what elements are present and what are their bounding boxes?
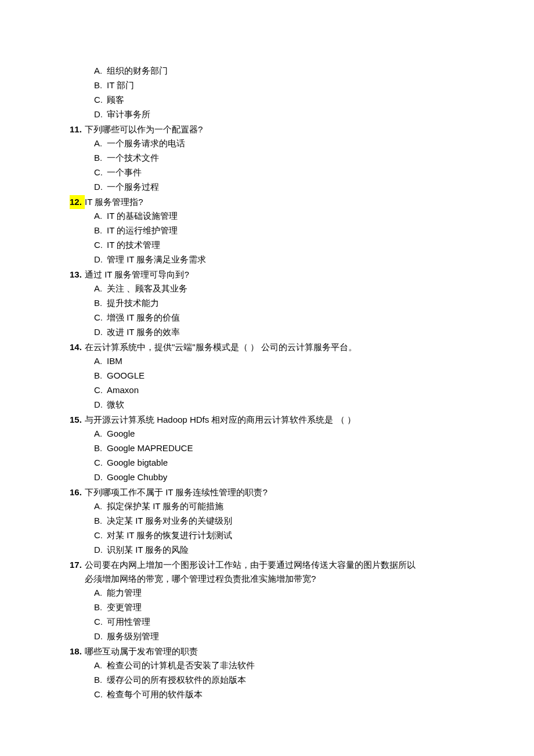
option-letter: D. — [94, 629, 107, 643]
option-text: 审计事务所 — [107, 107, 464, 121]
option-row: A.关注 、顾客及其业务 — [94, 282, 464, 296]
option-text: 顾客 — [107, 93, 464, 107]
option-letter: C. — [94, 615, 107, 629]
option-text: 能力管理 — [107, 586, 464, 600]
option-text: 增强 IT 服务的价值 — [107, 311, 464, 325]
option-text: 对某 IT 服务的恢复进行计划测试 — [107, 528, 464, 542]
question-number: 13. — [70, 268, 85, 282]
question-11: 11. 下列哪些可以作为一个配置器? A.一个服务请求的电话 B.一个技术文件 … — [70, 123, 464, 194]
option-row: D.微软 — [94, 398, 464, 412]
option-text: 一个服务请求的电话 — [107, 136, 464, 150]
option-row: A.一个服务请求的电话 — [94, 136, 464, 150]
option-row: B. IT 部门 — [94, 78, 464, 92]
question-number: 18. — [70, 645, 85, 658]
option-letter: A. — [94, 64, 107, 78]
option-text: 一个服务过程 — [107, 180, 464, 194]
option-letter: C. — [94, 165, 107, 179]
option-row: B.缓存公司的所有授权软件的原始版本 — [94, 673, 464, 687]
question-text: 与开源云计算系统 Hadoop HDfs 相对应的商用云计算软件系统是 （ ） — [85, 413, 464, 427]
option-row: C.IT 的技术管理 — [94, 238, 464, 252]
option-text: Google — [107, 427, 464, 441]
option-text: Google MAPREDUCE — [107, 441, 464, 455]
option-row: C.可用性管理 — [94, 615, 464, 629]
question-18: 18. 哪些互动属于发布管理的职责 A.检查公司的计算机是否安装了非法软件 B.… — [70, 645, 464, 701]
option-text: 微软 — [107, 398, 464, 412]
option-letter: A. — [94, 499, 107, 513]
option-letter: A. — [94, 282, 107, 296]
question-15: 15. 与开源云计算系统 Hadoop HDfs 相对应的商用云计算软件系统是 … — [70, 413, 464, 484]
option-text: IBM — [107, 354, 464, 368]
question-number: 15. — [70, 413, 85, 427]
question-16: 16. 下列哪项工作不属于 IT 服务连续性管理的职责? A.拟定保护某 IT … — [70, 485, 464, 557]
question-text: 通过 IT 服务管理可导向到? — [85, 268, 464, 282]
option-letter: D. — [94, 180, 107, 194]
question-text: 下列哪些可以作为一个配置器? — [85, 123, 464, 136]
option-letter: A. — [94, 209, 107, 223]
option-letter: A. — [94, 586, 107, 600]
option-text: IT 的基础设施管理 — [107, 209, 464, 223]
option-row: B.Google MAPREDUCE — [94, 441, 464, 455]
option-letter: B. — [94, 296, 107, 310]
option-row: B.决定某 IT 服务对业务的关键级别 — [94, 514, 464, 528]
option-letter: B. — [94, 600, 107, 614]
option-letter: C. — [94, 383, 107, 397]
option-text: IT 的运行维护管理 — [107, 224, 464, 237]
option-text: 识别某 IT 服务的风险 — [107, 543, 464, 557]
option-letter: A. — [94, 658, 107, 672]
continued-options: A. 组织的财务部门 B. IT 部门 C. 顾客 D. 审计事务所 — [94, 64, 464, 121]
question-text-cont: 必须增加网络的带宽，哪个管理过程负责批准实施增加带宽? — [85, 572, 464, 586]
option-row: C.Amaxon — [94, 383, 464, 397]
question-number-highlighted: 12. — [70, 195, 85, 209]
option-text: IT 部门 — [107, 78, 464, 92]
option-text: 拟定保护某 IT 服务的可能措施 — [107, 499, 464, 513]
option-row: A. 组织的财务部门 — [94, 64, 464, 78]
option-letter: C. — [94, 456, 107, 470]
option-row: D.改进 IT 服务的效率 — [94, 325, 464, 339]
option-letter: C. — [94, 93, 107, 107]
option-letter: B. — [94, 441, 107, 455]
option-row: D.管理 IT 服务满足业务需求 — [94, 253, 464, 267]
option-text: Google bigtable — [107, 456, 464, 470]
option-letter: B. — [94, 151, 107, 165]
option-text: 缓存公司的所有授权软件的原始版本 — [107, 673, 464, 687]
option-text: Amaxon — [107, 383, 464, 397]
option-text: 决定某 IT 服务对业务的关键级别 — [107, 514, 464, 528]
option-text: 关注 、顾客及其业务 — [107, 282, 464, 296]
option-text: 变更管理 — [107, 600, 464, 614]
document-page: A. 组织的财务部门 B. IT 部门 C. 顾客 D. 审计事务所 11. 下… — [0, 0, 534, 756]
option-letter: B. — [94, 514, 107, 528]
question-number: 11. — [70, 123, 85, 136]
option-letter: D. — [94, 325, 107, 339]
option-letter: A. — [94, 354, 107, 368]
option-row: A.IT 的基础设施管理 — [94, 209, 464, 223]
option-letter: C. — [94, 528, 107, 542]
option-row: C.对某 IT 服务的恢复进行计划测试 — [94, 528, 464, 542]
option-row: B.提升技术能力 — [94, 296, 464, 310]
option-text: 一个技术文件 — [107, 151, 464, 165]
question-number: 17. — [70, 558, 85, 572]
option-row: D. 审计事务所 — [94, 107, 464, 121]
option-row: B.GOOGLE — [94, 369, 464, 383]
question-text: 哪些互动属于发布管理的职责 — [85, 645, 464, 658]
option-row: A.检查公司的计算机是否安装了非法软件 — [94, 658, 464, 672]
question-13: 13. 通过 IT 服务管理可导向到? A.关注 、顾客及其业务 B.提升技术能… — [70, 268, 464, 339]
question-12: 12. IT 服务管理指? A.IT 的基础设施管理 B.IT 的运行维护管理 … — [70, 195, 464, 267]
option-letter: B. — [94, 369, 107, 383]
question-text: IT 服务管理指? — [85, 195, 464, 209]
question-number: 16. — [70, 485, 85, 499]
option-text: 提升技术能力 — [107, 296, 464, 310]
option-row: D.服务级别管理 — [94, 629, 464, 643]
option-letter: B. — [94, 224, 107, 237]
option-row: B.一个技术文件 — [94, 151, 464, 165]
option-text: GOOGLE — [107, 369, 464, 383]
option-row: A.IBM — [94, 354, 464, 368]
option-row: B.变更管理 — [94, 600, 464, 614]
question-17: 17. 公司要在内网上增加一个图形设计工作站，由于要通过网络传送大容量的图片数据… — [70, 558, 464, 643]
option-row: A.能力管理 — [94, 586, 464, 600]
option-row: A.Google — [94, 427, 464, 441]
option-row: D.识别某 IT 服务的风险 — [94, 543, 464, 557]
option-row: C.增强 IT 服务的价值 — [94, 311, 464, 325]
question-number: 14. — [70, 340, 85, 354]
option-letter: C. — [94, 311, 107, 325]
option-letter: D. — [94, 470, 107, 484]
